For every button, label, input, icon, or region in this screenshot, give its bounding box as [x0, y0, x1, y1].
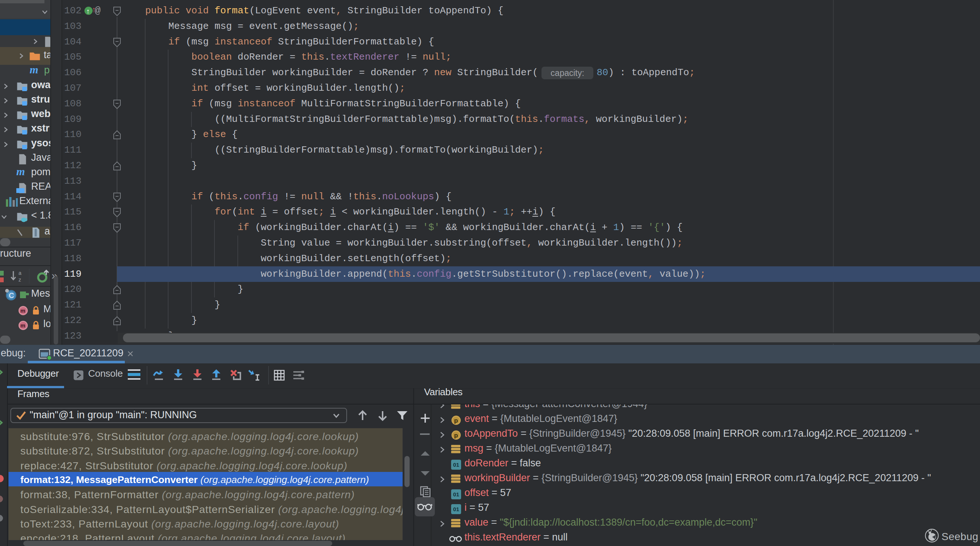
svg-text:m: m [21, 307, 25, 314]
svg-text:z: z [19, 277, 21, 283]
svg-text:p: p [454, 432, 458, 439]
svg-text:a: a [19, 270, 21, 276]
svg-text:C: C [9, 291, 14, 299]
svg-text:p: p [454, 417, 458, 424]
svg-text:m: m [21, 322, 25, 329]
